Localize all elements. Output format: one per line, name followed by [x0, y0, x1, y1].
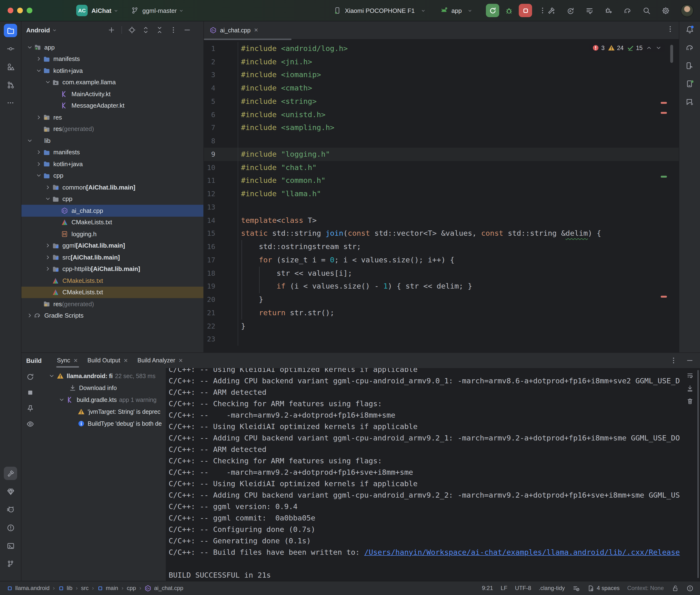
hide-panel-button[interactable]: [184, 26, 191, 34]
tree-item-cmakelists-txt[interactable]: CMakeLists.txt: [22, 217, 203, 228]
add-button[interactable]: [108, 26, 115, 34]
build-tab-sync[interactable]: Sync✕: [52, 353, 83, 368]
indent-setting[interactable]: 4 spaces: [587, 585, 620, 592]
code-line-21[interactable]: 21 return str.str();: [204, 306, 679, 319]
close-tab-button[interactable]: ✕: [74, 358, 78, 364]
version-control-tool-button[interactable]: [4, 557, 17, 570]
tree-item-kotlin-java[interactable]: kotlin+java: [22, 65, 203, 77]
commit-tool-button[interactable]: [4, 42, 17, 55]
prev-problem-button[interactable]: [646, 45, 652, 51]
console-scrollbar[interactable]: [697, 370, 699, 578]
close-tab-button[interactable]: ✕: [254, 27, 258, 33]
tree-item-lib[interactable]: lib: [22, 135, 203, 146]
code-line-16[interactable]: 16 std::ostringstream str;: [204, 240, 679, 254]
user-avatar[interactable]: [680, 4, 693, 17]
file-encoding[interactable]: UTF-8: [515, 585, 531, 592]
tree-item-app[interactable]: app: [22, 41, 203, 53]
code-line-19[interactable]: 19 if (i < values.size() - 1) { str << d…: [204, 280, 679, 293]
tree-item-cmakelists-txt[interactable]: CMakeLists.txt: [22, 286, 203, 298]
tree-item-com-example-llama[interactable]: com.example.llama: [22, 77, 203, 88]
resource-manager-tool-button[interactable]: [4, 60, 17, 73]
maximize-window-button[interactable]: [27, 8, 32, 13]
device-manager-tool-button[interactable]: [683, 59, 696, 73]
tree-item-logging-h[interactable]: logging.h: [22, 228, 203, 240]
expand-all-button[interactable]: [142, 26, 149, 34]
code-line-17[interactable]: 17 for (size_t i = 0; i < values.size();…: [204, 253, 679, 267]
analyzer-status[interactable]: .clang-tidy: [539, 585, 565, 592]
build-run-button[interactable]: [547, 6, 555, 15]
change-stripe-mark[interactable]: [661, 176, 667, 177]
tree-item-cpp[interactable]: cpp: [22, 193, 203, 205]
code-line-7[interactable]: 7#include <sampling.h>: [204, 121, 679, 135]
line-separator[interactable]: LF: [501, 585, 507, 592]
notifications-button[interactable]: [683, 23, 696, 36]
stop-button[interactable]: [519, 4, 532, 17]
tree-item-src[interactable]: src [AiChat.lib.main]: [22, 251, 203, 263]
minimize-window-button[interactable]: [17, 8, 23, 13]
tree-item-cpp[interactable]: cpp: [22, 170, 203, 181]
code-line-3[interactable]: 3#include <iomanip>: [204, 68, 679, 82]
code-line-23[interactable]: 23: [204, 333, 679, 346]
pin-tab-button[interactable]: [26, 404, 34, 413]
code-line-4[interactable]: 4#include <cmath>: [204, 82, 679, 95]
build-tab-build-output[interactable]: Build Output✕: [83, 353, 133, 368]
tree-item-cpp-httplib[interactable]: cpp-httplib [AiChat.lib.main]: [22, 263, 203, 275]
code-line-13[interactable]: 13: [204, 200, 679, 214]
build-tree-item[interactable]: llama.android: fi22 sec, 583 ms: [38, 370, 166, 382]
build-tab-build-analyzer[interactable]: Build Analyzer✕: [133, 353, 188, 368]
error-stripe-mark[interactable]: [661, 112, 667, 114]
search-everywhere-button[interactable]: [642, 6, 650, 15]
device-selector[interactable]: Xiaomi POCOPHONE F1: [345, 7, 415, 14]
code-line-11[interactable]: 11#include "common.h": [204, 174, 679, 188]
editor-options-button[interactable]: [666, 25, 674, 33]
code-line-15[interactable]: 15static std::string join(const std::vec…: [204, 227, 679, 240]
tab-ai-chat-cpp[interactable]: C+ ai_chat.cpp ✕: [204, 22, 264, 39]
close-tab-button[interactable]: ✕: [123, 358, 128, 364]
terminal-tool-button[interactable]: [4, 539, 17, 552]
code-line-10[interactable]: 10#include "chat.h": [204, 161, 679, 174]
caret-position[interactable]: 9:21: [482, 585, 493, 592]
panel-options-button[interactable]: [170, 26, 177, 34]
view-options-button[interactable]: [26, 420, 34, 428]
build-tree-item[interactable]: BuildType 'debug' is both de: [38, 418, 166, 429]
code-line-12[interactable]: 12#include "llama.h": [204, 188, 679, 201]
breadcrumb-item-src[interactable]: src: [81, 585, 89, 592]
breadcrumb-item-cpp[interactable]: cpp: [127, 585, 136, 592]
build-tool-button[interactable]: [4, 467, 17, 480]
run-more-options-button[interactable]: [539, 7, 547, 14]
tree-item-mainactivity-kt[interactable]: MainActivity.kt: [22, 88, 203, 100]
run-config-selector[interactable]: app: [451, 7, 461, 14]
logcat-tool-button[interactable]: [4, 503, 17, 516]
tree-item-ai-chat-cpp[interactable]: C+ai_chat.cpp: [22, 205, 203, 217]
code-line-18[interactable]: 18 str << values[i];: [204, 267, 679, 280]
debug-button[interactable]: [505, 6, 513, 15]
lock-open-icon[interactable]: [671, 585, 678, 592]
soft-wrap-button[interactable]: [686, 372, 693, 379]
tree-item-manifests[interactable]: manifests: [22, 146, 203, 158]
more-tools-button[interactable]: [4, 96, 17, 110]
tree-item-res[interactable]: res (generated): [22, 123, 203, 135]
code-area[interactable]: 1#include <android/log.h>2#include <jni.…: [204, 39, 679, 352]
project-selector[interactable]: AiChat: [91, 7, 111, 14]
problems-tool-button[interactable]: [4, 521, 17, 534]
project-view-selector[interactable]: Android: [26, 26, 50, 34]
inspections-widget[interactable]: 3 24 15: [589, 43, 665, 52]
tree-item-res[interactable]: res (generated): [22, 298, 203, 310]
settings-button[interactable]: [662, 6, 670, 15]
error-stripe-mark[interactable]: [661, 296, 667, 298]
rerun-button[interactable]: [486, 4, 500, 17]
code-line-5[interactable]: 5#include <string>: [204, 95, 679, 108]
refresh-sync-button[interactable]: [26, 373, 34, 381]
app-quality-insights-tool-button[interactable]: [4, 485, 17, 498]
apply-changes-button[interactable]: A: [566, 6, 574, 15]
clear-console-button[interactable]: [686, 398, 693, 405]
build-options-button[interactable]: [670, 357, 677, 364]
stop-sync-button[interactable]: [26, 389, 34, 397]
context-indicator[interactable]: Context: None: [627, 585, 664, 592]
tree-item-kotlin-java[interactable]: kotlin+java: [22, 158, 203, 170]
build-console[interactable]: C/C++: -- Using KleidiAI optimized kerne…: [166, 368, 700, 581]
branch-selector[interactable]: ggml-master: [142, 7, 177, 14]
close-window-button[interactable]: [8, 8, 13, 13]
locate-file-button[interactable]: [128, 26, 136, 34]
tree-item-cmakelists-txt[interactable]: CMakeLists.txt: [22, 275, 203, 286]
